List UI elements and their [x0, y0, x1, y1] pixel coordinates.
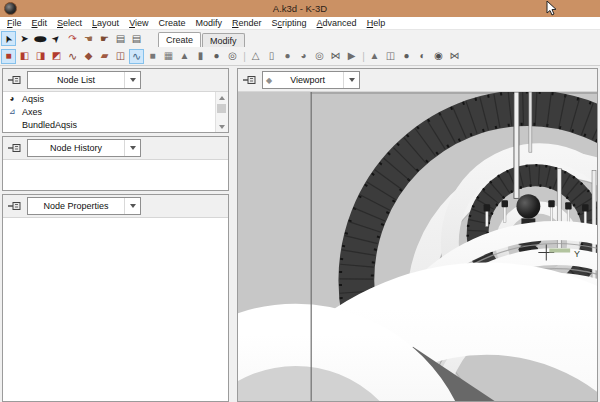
node-list-selector-label: Node List: [28, 75, 124, 85]
icon-poly-grid[interactable]: ▦: [161, 49, 176, 64]
toolbar-main: ➤➤⬤➤↷☚☛▤▤ CreateModify: [0, 30, 600, 47]
icon-nurbs-cylinder[interactable]: ▯: [264, 49, 279, 64]
node-label: Axes: [22, 107, 42, 117]
icon-plane-tool[interactable]: ◆: [81, 49, 96, 64]
icon-snap-tool[interactable]: ↷: [65, 31, 80, 46]
icon-poly-cylinder[interactable]: ▮: [193, 49, 208, 64]
menubar: FileEditSelectLayoutViewCreateModifyRend…: [0, 17, 600, 30]
node-list-scrollbar[interactable]: [215, 92, 228, 132]
chevron-down-icon[interactable]: [124, 72, 140, 88]
icon-nurbs-paraboloid[interactable]: ▶: [344, 49, 359, 64]
node-properties-header: Node Properties: [3, 195, 228, 218]
pin-icon[interactable]: [6, 141, 23, 156]
icon-quadric-hemisphere[interactable]: ◐: [415, 49, 430, 64]
icon-nurbs-hemisphere[interactable]: ◕: [296, 49, 311, 64]
node-history-selector-label: Node History: [28, 143, 124, 153]
icon-pan-hand-tool[interactable]: ☚: [81, 31, 96, 46]
icon-mirror-tool[interactable]: ◫: [113, 49, 128, 64]
node-list-item-bundledaqsis[interactable]: BundledAqsis: [3, 118, 228, 131]
icon-nurbs-sphere[interactable]: ●: [280, 49, 295, 64]
icon-quadric-sphere[interactable]: ●: [399, 49, 414, 64]
pin-icon[interactable]: [6, 73, 23, 88]
title-bar: A.k3d - K-3D: [0, 0, 600, 17]
icon-nurbs-torus[interactable]: ◎: [312, 49, 327, 64]
toolbar-create: ■◧◨◩∿◆▰◫∿■▦▲▮●◎|△▯●◕◎⋈▶|▲◫●◐◉⋈: [0, 47, 600, 66]
panel-splitter[interactable]: [229, 66, 237, 402]
scroll-thumb[interactable]: [217, 104, 226, 113]
menu-help[interactable]: Help: [362, 18, 391, 28]
grid-border-line: [311, 92, 312, 401]
node-properties-panel: Node Properties: [2, 194, 229, 402]
menu-advanced[interactable]: Advanced: [312, 18, 362, 28]
viewport-selector-label: Viewport: [272, 75, 343, 85]
menu-modify[interactable]: Modify: [191, 18, 228, 28]
menu-create[interactable]: Create: [153, 18, 190, 28]
node-properties-body: [3, 218, 228, 401]
pin-icon[interactable]: [6, 199, 23, 214]
node-history-selector[interactable]: Node History: [27, 139, 141, 157]
scroll-down-icon[interactable]: [216, 121, 228, 132]
chevron-down-icon[interactable]: [343, 72, 359, 88]
aqsis-icon: ◕: [7, 94, 17, 103]
tab-create[interactable]: Create: [158, 32, 201, 47]
node-properties-selector-label: Node Properties: [28, 201, 124, 211]
scroll-up-icon[interactable]: [216, 92, 228, 103]
node-list-header: Node List: [3, 69, 228, 92]
node-label: BundledAqsis: [22, 120, 77, 130]
icon-curve-tool[interactable]: ∿: [65, 49, 80, 64]
tab-modify[interactable]: Modify: [202, 33, 245, 47]
icon-poly-sphere[interactable]: ●: [209, 49, 224, 64]
menu-view[interactable]: View: [124, 18, 153, 28]
icon-quadric-cone[interactable]: ▲: [367, 49, 382, 64]
left-panel-column: Node List ◕Aqsis⊿AxesBundledAqsis: [0, 66, 229, 402]
icon-quadric-hyperboloid[interactable]: ⋈: [447, 49, 462, 64]
y-axis-label: Y: [574, 248, 580, 258]
icon-freehand-curve[interactable]: ∿: [129, 49, 144, 64]
icon-select-tool[interactable]: ➤: [1, 31, 16, 46]
icon-rotate-tool[interactable]: ⬤: [33, 31, 48, 46]
icon-scale-tool[interactable]: ➤: [49, 31, 64, 46]
toolbar-divider-1: |: [241, 51, 248, 62]
node-list-panel: Node List ◕Aqsis⊿AxesBundledAqsis: [2, 68, 229, 133]
icon-nurbs-cone[interactable]: △: [248, 49, 263, 64]
viewport-panel: ◆ Viewport: [237, 68, 598, 402]
icon-move-tool[interactable]: ➤: [17, 31, 32, 46]
menu-scripting[interactable]: Scripting: [267, 18, 312, 28]
icon-sheet-tool[interactable]: ▰: [97, 49, 112, 64]
pin-icon[interactable]: [241, 73, 258, 88]
3d-scene: Y: [238, 92, 597, 401]
chevron-down-icon[interactable]: [124, 198, 140, 214]
node-list-item-aqsis[interactable]: ◕Aqsis: [3, 92, 228, 105]
icon-nurbs-hyperboloid[interactable]: ⋈: [328, 49, 343, 64]
node-list-selector[interactable]: Node List: [27, 71, 141, 89]
icon-render-frame[interactable]: ▤: [129, 31, 144, 46]
icon-poly-cube[interactable]: ■: [145, 49, 160, 64]
icon-edit-edges[interactable]: ◨: [33, 49, 48, 64]
icon-orbit-hand-tool[interactable]: ☛: [97, 31, 112, 46]
menu-layout[interactable]: Layout: [87, 18, 124, 28]
icon-render-preview[interactable]: ▤: [113, 31, 128, 46]
menu-render[interactable]: Render: [227, 18, 267, 28]
node-properties-selector[interactable]: Node Properties: [27, 197, 141, 215]
viewport-canvas[interactable]: Y: [238, 92, 597, 401]
window-title: A.k3d - K-3D: [0, 3, 600, 14]
node-history-panel: Node History: [2, 136, 229, 191]
icon-poly-cone[interactable]: ▲: [177, 49, 192, 64]
node-history-body: [3, 160, 228, 190]
node-list-item-axes[interactable]: ⊿Axes: [3, 105, 228, 118]
menu-file[interactable]: File: [2, 18, 27, 28]
chevron-down-icon[interactable]: [124, 140, 140, 156]
icon-quadric-disk[interactable]: ◫: [383, 49, 398, 64]
viewport-header: ◆ Viewport: [238, 69, 597, 92]
menu-select[interactable]: Select: [52, 18, 87, 28]
icon-edit-faces[interactable]: ◩: [49, 49, 64, 64]
viewport-selector[interactable]: ◆ Viewport: [262, 71, 360, 89]
menu-edit[interactable]: Edit: [27, 18, 53, 28]
icon-edit-split-edges[interactable]: ◧: [17, 49, 32, 64]
icon-quadric-torus[interactable]: ◉: [431, 49, 446, 64]
icon-poly-torus[interactable]: ◎: [225, 49, 240, 64]
node-history-header: Node History: [3, 137, 228, 160]
mouse-cursor-icon: [546, 1, 558, 16]
selected-node-sphere[interactable]: [516, 194, 540, 218]
icon-edit-points[interactable]: ■: [1, 49, 16, 64]
